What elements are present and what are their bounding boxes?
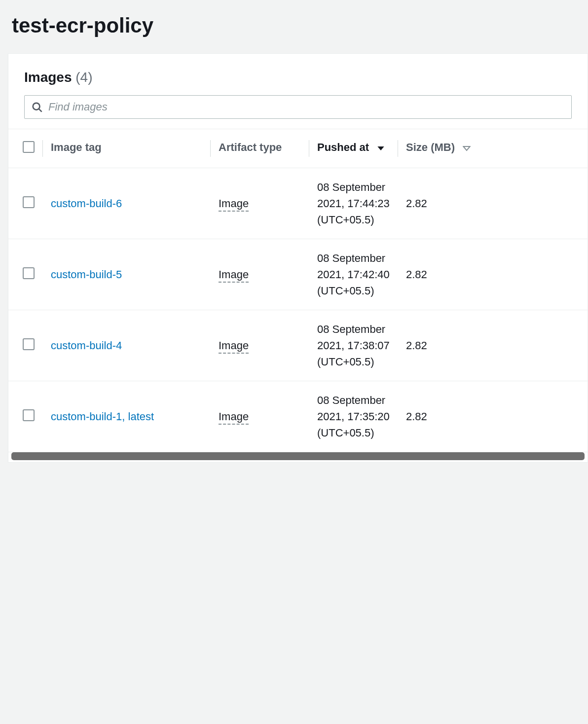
sort-desc-icon bbox=[377, 142, 385, 154]
panel-count: (4) bbox=[75, 70, 92, 85]
pushed-at: 08 September 2021, 17:44:23 (UTC+05.5) bbox=[309, 168, 398, 239]
row-checkbox[interactable] bbox=[23, 196, 35, 208]
image-tag-link[interactable]: custom-build-4 bbox=[51, 339, 122, 352]
table-row: custom-build-5 Image 08 September 2021, … bbox=[8, 239, 588, 310]
artifact-type[interactable]: Image bbox=[219, 197, 249, 212]
table-header-row: Image tag Artifact type Pushed at bbox=[8, 129, 588, 168]
size: 2.82 bbox=[398, 168, 588, 239]
pushed-at: 08 September 2021, 17:42:40 (UTC+05.5) bbox=[309, 239, 398, 310]
images-panel: Images (4) Image tag bbox=[8, 53, 588, 463]
images-table: Image tag Artifact type Pushed at bbox=[8, 129, 588, 452]
col-artifact-type[interactable]: Artifact type bbox=[211, 129, 309, 168]
col-pushed-at[interactable]: Pushed at bbox=[309, 129, 398, 168]
table-body: custom-build-6 Image 08 September 2021, … bbox=[8, 168, 588, 452]
search-input[interactable] bbox=[48, 101, 564, 113]
page-title: test-ecr-policy bbox=[0, 0, 588, 53]
size: 2.82 bbox=[398, 310, 588, 381]
horizontal-scrollbar[interactable] bbox=[11, 452, 585, 460]
image-tag-link[interactable]: custom-build-5 bbox=[51, 268, 122, 281]
image-tag-link[interactable]: custom-build-1, latest bbox=[51, 410, 154, 423]
col-pushed-at-label: Pushed at bbox=[317, 141, 369, 153]
size: 2.82 bbox=[398, 381, 588, 452]
images-table-wrap: Image tag Artifact type Pushed at bbox=[8, 129, 588, 462]
svg-point-0 bbox=[33, 103, 40, 110]
panel-title: Images (4) bbox=[24, 70, 572, 85]
artifact-type[interactable]: Image bbox=[219, 339, 249, 354]
table-row: custom-build-4 Image 08 September 2021, … bbox=[8, 310, 588, 381]
table-row: custom-build-1, latest Image 08 Septembe… bbox=[8, 381, 588, 452]
search-box[interactable] bbox=[24, 95, 572, 119]
panel-title-text: Images bbox=[24, 70, 72, 85]
col-image-tag-label: Image tag bbox=[51, 141, 102, 153]
search-icon bbox=[32, 102, 42, 112]
row-checkbox[interactable] bbox=[23, 267, 35, 279]
size: 2.82 bbox=[398, 239, 588, 310]
sort-icon bbox=[463, 142, 471, 154]
row-checkbox[interactable] bbox=[23, 338, 35, 350]
col-image-tag[interactable]: Image tag bbox=[43, 129, 211, 168]
select-all-header[interactable] bbox=[8, 129, 43, 168]
pushed-at: 08 September 2021, 17:35:20 (UTC+05.5) bbox=[309, 381, 398, 452]
col-size[interactable]: Size (MB) bbox=[398, 129, 588, 168]
table-row: custom-build-6 Image 08 September 2021, … bbox=[8, 168, 588, 239]
select-all-checkbox[interactable] bbox=[23, 141, 35, 153]
panel-header: Images (4) bbox=[8, 54, 588, 95]
pushed-at: 08 September 2021, 17:38:07 (UTC+05.5) bbox=[309, 310, 398, 381]
image-tag-link[interactable]: custom-build-6 bbox=[51, 197, 122, 210]
col-size-label: Size (MB) bbox=[406, 141, 455, 153]
artifact-type[interactable]: Image bbox=[219, 410, 249, 425]
artifact-type[interactable]: Image bbox=[219, 268, 249, 283]
col-artifact-type-label: Artifact type bbox=[219, 141, 282, 153]
row-checkbox[interactable] bbox=[23, 409, 35, 421]
svg-line-1 bbox=[39, 109, 42, 112]
